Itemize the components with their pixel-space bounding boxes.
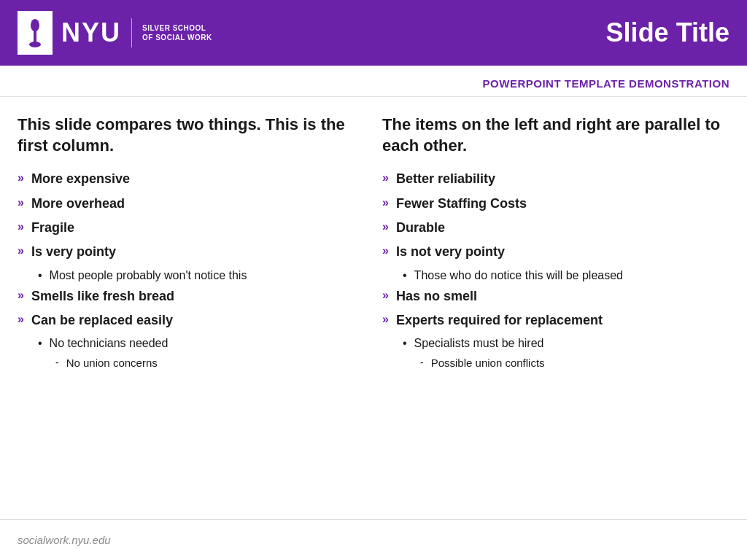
chevron-icon: » <box>382 171 389 184</box>
school-name-block: SILVER SCHOOL OF SOCIAL WORK <box>142 23 212 42</box>
dash-icon: - <box>55 357 59 368</box>
nyu-logo-text: NYU <box>61 20 121 46</box>
subtitle-text: POWERPOINT TEMPLATE DEMONSTRATION <box>483 77 729 90</box>
item-label: Fragile <box>31 219 74 236</box>
chevron-icon: » <box>18 244 24 257</box>
chevron-icon: » <box>382 220 389 233</box>
slide-title: Slide Title <box>606 18 729 48</box>
list-item: » Has no smell <box>382 288 729 305</box>
bullet-icon: • <box>38 337 42 350</box>
chevron-icon: » <box>18 220 24 233</box>
item-label: Specialists must be hired <box>414 336 544 351</box>
list-item: » Can be replaced easily <box>18 312 365 329</box>
main-content: This slide compares two things. This is … <box>0 97 747 507</box>
bullet-icon: • <box>403 337 407 350</box>
list-item: • Those who do notice this will be pleas… <box>382 268 729 284</box>
list-item: » More overhead <box>18 195 365 212</box>
dash-icon: - <box>420 357 424 368</box>
chevron-icon: » <box>18 289 24 302</box>
right-column-list: » Better reliability » Fewer Staffing Co… <box>382 171 729 370</box>
list-item: » Experts required for replacement <box>382 312 729 329</box>
left-column-heading: This slide compares two things. This is … <box>18 114 365 156</box>
item-label: Those who do notice this will be pleased <box>414 268 623 284</box>
item-label: No technicians needed <box>50 336 169 351</box>
list-item: » Fragile <box>18 219 365 236</box>
item-label: No union concerns <box>66 356 158 370</box>
logo-area: NYU SILVER SCHOOL OF SOCIAL WORK <box>18 11 212 55</box>
item-label: Better reliability <box>396 171 495 187</box>
list-item: • Most people probably won't notice this <box>18 268 365 284</box>
list-item: » Smells like fresh bread <box>18 288 365 305</box>
chevron-icon: » <box>382 244 389 257</box>
item-label: Fewer Staffing Costs <box>396 195 527 212</box>
list-item: - No union concerns <box>18 356 365 370</box>
chevron-icon: » <box>18 196 24 209</box>
left-column-list: » More expensive » More overhead » Fragi… <box>18 171 365 370</box>
item-label: Is very pointy <box>31 244 116 260</box>
item-label: More expensive <box>31 171 130 187</box>
left-column: This slide compares two things. This is … <box>18 114 365 507</box>
footer-url: socialwork.nyu.edu <box>18 534 111 546</box>
item-label: Smells like fresh bread <box>31 288 174 305</box>
chevron-icon: » <box>382 289 389 302</box>
chevron-icon: » <box>382 313 389 326</box>
item-label: More overhead <box>31 195 125 212</box>
nyu-torch-icon <box>18 11 53 55</box>
list-item: » Fewer Staffing Costs <box>382 195 729 212</box>
list-item: » More expensive <box>18 171 365 187</box>
item-label: Can be replaced easily <box>31 312 173 329</box>
item-label: Is not very pointy <box>396 244 505 260</box>
school-name-line2: OF SOCIAL WORK <box>142 33 212 42</box>
list-item: » Durable <box>382 219 729 236</box>
item-label: Durable <box>396 219 445 236</box>
right-column: The items on the left and right are para… <box>382 114 729 507</box>
footer: socialwork.nyu.edu <box>0 519 747 560</box>
list-item: - Possible union conflicts <box>382 356 729 370</box>
chevron-icon: » <box>382 196 389 209</box>
subtitle-bar: POWERPOINT TEMPLATE DEMONSTRATION <box>0 66 747 97</box>
list-item: » Is not very pointy <box>382 244 729 260</box>
list-item: » Better reliability <box>382 171 729 187</box>
chevron-icon: » <box>18 171 24 184</box>
list-item: • Specialists must be hired <box>382 336 729 351</box>
chevron-icon: » <box>18 313 24 326</box>
list-item: » Is very pointy <box>18 244 365 260</box>
item-label: Has no smell <box>396 288 477 305</box>
item-label: Experts required for replacement <box>396 312 603 329</box>
school-name-line1: SILVER SCHOOL <box>142 23 212 33</box>
logo-divider <box>131 18 132 47</box>
item-label: Most people probably won't notice this <box>50 268 247 284</box>
list-item: • No technicians needed <box>18 336 365 351</box>
bullet-icon: • <box>403 269 407 282</box>
right-column-heading: The items on the left and right are para… <box>382 114 729 156</box>
bullet-icon: • <box>38 269 42 282</box>
header: NYU SILVER SCHOOL OF SOCIAL WORK Slide T… <box>0 0 747 66</box>
item-label: Possible union conflicts <box>431 356 545 370</box>
